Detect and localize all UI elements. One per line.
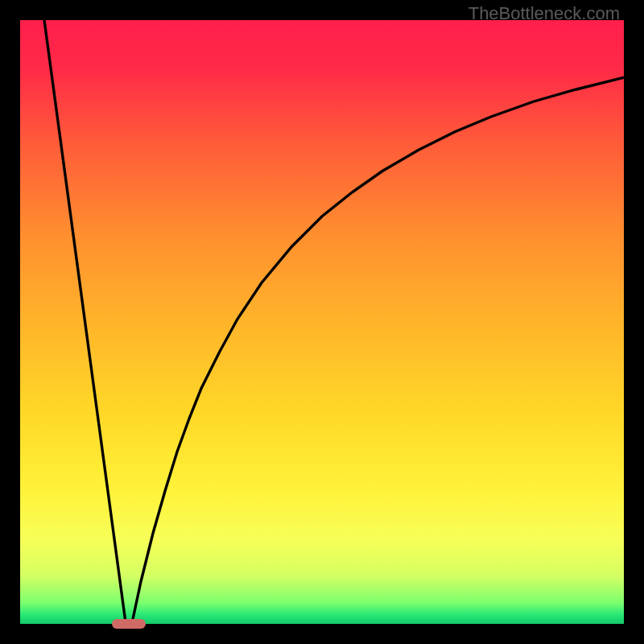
series-right-curve bbox=[132, 77, 624, 624]
curve-overlay bbox=[20, 20, 624, 624]
plot-area bbox=[20, 20, 624, 624]
series-left-line bbox=[44, 20, 126, 624]
bottleneck-marker bbox=[112, 619, 145, 629]
chart-frame: { "watermark": "TheBottleneck.com", "cha… bbox=[0, 0, 644, 644]
